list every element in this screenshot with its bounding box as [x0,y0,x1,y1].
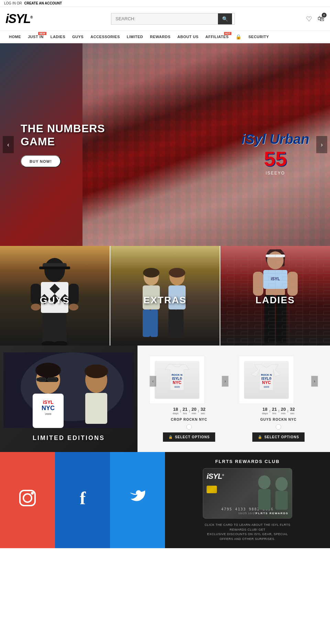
nav-home[interactable]: HOME [6,31,24,43]
main-nav: HOME JUST IN NEW LADIES GUYS ACCESSORIES… [0,31,330,43]
search-area: 🔍 [40,13,306,25]
rewards-title: FLRTS REWARDS CLUB [215,459,280,464]
create-account-link[interactable]: CREATE AN ACCOUNT [24,1,62,5]
social-area: f [0,452,165,548]
product-1-prev[interactable]: ‹ [150,376,156,387]
product-image-2: ROCK N ISYL® NYC 0009 [239,356,294,404]
svg-point-74 [258,475,271,489]
login-link[interactable]: LOG IN [4,1,16,5]
product-1-next[interactable]: › [222,376,229,387]
category-guys-label: GUYS [0,295,110,306]
nav-lock-icon[interactable]: 🔒 [232,31,245,43]
hero-banner: iSyl Urban 55 ISEEYO THE NUMBERS GAME BU… [0,43,330,246]
hero-title: THE NUMBERS GAME [21,122,105,148]
product-2-name: GUYS ROCKN NYC [260,418,297,421]
nav-about-us[interactable]: ABOUT US [174,31,202,43]
svg-rect-8 [39,267,70,269]
svg-rect-61 [85,393,107,424]
product-image-1: ROCK N ISYL® NYC 0009 [150,356,205,404]
product-card-2: ROCK N ISYL® NYC 0009 › 18 days : [237,356,320,442]
hero-buy-button[interactable]: BUY NOW! [21,155,61,167]
facebook-icon: f [72,488,93,512]
category-extras[interactable]: EXTRAS [110,246,221,346]
limited-editions-section: iSYL NYC 2009 LIMITED EDITIONS [0,346,330,452]
svg-rect-20 [43,313,55,344]
hero-prev-arrow[interactable]: ‹ [3,136,14,153]
hero-content: THE NUMBERS GAME BUY NOW! [21,122,105,168]
svg-text:0009: 0009 [264,386,269,388]
svg-point-33 [169,268,185,278]
search-box: 🔍 [111,13,235,25]
facebook-button[interactable]: f [55,452,110,548]
limited-left-panel: iSYL NYC 2009 LIMITED EDITIONS [0,346,138,452]
svg-text:2009: 2009 [45,413,51,416]
svg-point-72 [31,492,34,495]
header-icons: ♡ 🛍 0 [306,15,324,23]
or-text: OR [17,1,22,5]
nav-guys[interactable]: GUYS [69,31,87,43]
svg-rect-77 [275,491,288,510]
svg-text:iSYL: iSYL [43,399,54,405]
svg-point-71 [23,494,32,502]
category-ladies-label: LADIES [220,295,330,306]
product-1-color[interactable] [186,424,192,430]
header: iSYL® 🔍 ♡ 🛍 0 [0,7,330,31]
svg-point-54 [35,363,61,378]
nav-accessories[interactable]: ACCESSORIES [87,31,123,43]
rewards-card[interactable]: iSYL® 4795 4133 9882 8656 10/25 10/25 FL… [203,468,292,519]
product-1-select-button[interactable]: 🔒 SELECT OPTIONS [163,432,215,442]
nav-limited[interactable]: LIMITED [123,31,147,43]
search-button[interactable]: 🔍 [218,13,232,24]
site-logo[interactable]: iSYL® [6,12,40,26]
product-card-1: ROCK N ISYL® NYC 0009 ‹ › 18 days : [148,356,230,442]
svg-text:f: f [80,488,86,508]
product-2-color[interactable] [276,424,281,430]
svg-text:0009: 0009 [174,386,180,388]
wishlist-icon[interactable]: ♡ [306,15,312,23]
rewards-card-chip [207,486,217,493]
product-2-select-button[interactable]: 🔒 SELECT OPTIONS [252,432,305,442]
category-ladies[interactable]: iSYL [220,246,330,346]
svg-rect-32 [176,309,184,337]
limited-label: LIMITED EDITIONS [0,434,138,442]
instagram-icon [17,488,38,512]
hot-badge: HOT [224,32,232,35]
svg-point-76 [275,477,288,491]
rewards-card-name-label: FLRTS REWARDS [256,512,288,515]
svg-text:NYC: NYC [42,405,55,411]
lock-icon-1: 🔒 [168,435,173,439]
svg-text:NYC: NYC [262,380,271,385]
search-input[interactable] [111,13,218,24]
nav-security[interactable]: SECURITY [245,31,273,43]
nav-ladies[interactable]: LADIES [47,31,69,43]
svg-rect-27 [150,309,158,337]
nav-affiliates[interactable]: AFFILIATES HOT [202,31,232,43]
svg-rect-52 [36,378,46,381]
svg-rect-31 [168,309,176,337]
hero-next-arrow[interactable]: › [316,136,327,153]
svg-rect-75 [258,489,271,510]
nav-just-in[interactable]: JUST IN NEW [24,31,47,43]
instagram-button[interactable] [0,452,55,548]
svg-rect-26 [143,309,150,337]
twitter-icon [127,488,148,512]
bottom-section: f FLRTS REWARDS CLUB iSYL® [0,452,330,548]
lock-icon-2: 🔒 [258,435,262,439]
svg-text:ROCK N: ROCK N [261,373,272,376]
cart-badge: 0 [322,13,327,18]
svg-point-6 [44,258,65,282]
product-1-timer: 18 days : 21 hrs : 20 min : 32 sec [173,407,205,415]
svg-text:NYC: NYC [173,380,182,385]
rewards-card-logo: iSYL® [207,472,224,481]
svg-rect-53 [47,378,57,381]
product-1-name: CROP ROCKN NYC [171,418,207,421]
nav-rewards[interactable]: REWARDS [146,31,174,43]
twitter-button[interactable] [110,452,165,548]
svg-text:ROCK N: ROCK N [172,373,183,376]
cart-icon[interactable]: 🛍 0 [318,15,324,23]
category-guys[interactable]: GUYS [0,246,110,346]
product-2-next[interactable]: › [311,376,318,387]
product-2-timer: 18 days : 21 hrs : 20 min : 32 sec [262,407,295,415]
category-extras-label: EXTRAS [110,295,220,306]
rewards-area: FLRTS REWARDS CLUB iSYL® 4795 4133 9882 … [165,452,330,548]
